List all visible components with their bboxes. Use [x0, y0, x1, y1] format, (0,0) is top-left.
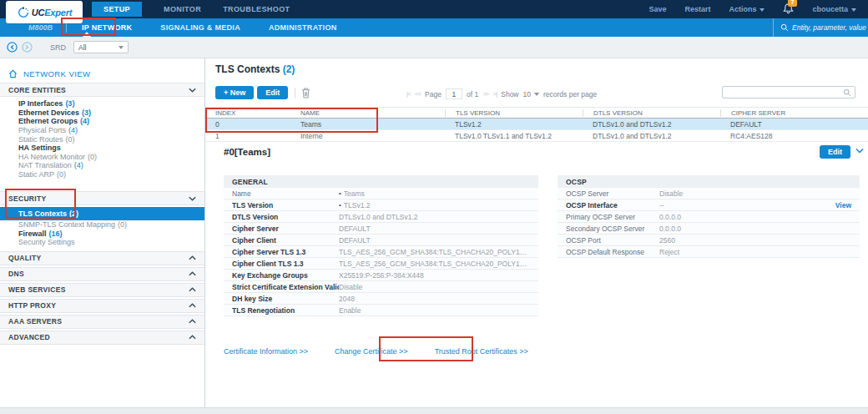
chevron-down-icon [760, 8, 765, 12]
save-button[interactable]: Save [648, 5, 666, 13]
sidebar-item-nat-translation[interactable]: NAT Translation(4) [0, 161, 204, 170]
sidebar-section-dns[interactable]: DNS [0, 267, 204, 281]
annotation-box-trusted-root-link [379, 336, 473, 361]
certificate-information-link[interactable]: Certificate Information >> [224, 347, 308, 356]
page-number-input[interactable]: 1 [446, 88, 462, 99]
certificate-links: Certificate Information >> Change Certif… [224, 347, 528, 356]
last-page-button[interactable]: >| [492, 90, 497, 98]
logo-text: UCExpert [32, 8, 73, 18]
chevron-up-icon [189, 271, 196, 276]
general-card-header: GENERAL [224, 175, 538, 188]
actions-menu-button[interactable]: Actions [729, 5, 765, 13]
collapse-detail-icon[interactable] [855, 148, 864, 154]
pagination: |< << Page 1 of 1 >> >| Show 10 records … [406, 88, 597, 99]
chevron-up-icon [189, 303, 196, 308]
global-search[interactable]: Entity, parameter, value [773, 18, 868, 37]
table-search-input[interactable] [723, 88, 843, 98]
sidebar-item-ha-settings[interactable]: HA Settings [0, 144, 204, 153]
sidebar: NETWORK VIEW CORE ENTITIES IP Interfaces… [0, 58, 205, 407]
table-toolbar: + New Edit [215, 86, 310, 99]
field-cipher-client-tls13: Cipher Client TLS 1.3TLS_AES_256_GCM_SHA… [224, 258, 538, 270]
chevron-down-icon [189, 88, 196, 93]
tab-administration[interactable]: ADMINISTRATION [269, 23, 337, 32]
field-tls-version: TLS Version•TLSv1.2 [224, 199, 538, 211]
first-page-button[interactable]: |< [406, 90, 411, 98]
tab-troubleshoot[interactable]: TROUBLESHOOT [223, 5, 290, 13]
col-cipher-server: CIPHER SERVER [720, 109, 868, 117]
top-actions: Save Restart Actions 7 cboucetta [648, 3, 856, 16]
page-of-label: of 1 [467, 90, 478, 98]
page-label: Page [425, 90, 442, 98]
field-primary-ocsp-server: Primary OCSP Server0.0.0.0 [558, 211, 860, 223]
annotation-box-table-row [205, 108, 378, 133]
user-menu-button[interactable]: cboucetta [812, 5, 856, 13]
field-cipher-server: Cipher ServerDEFAULT [224, 223, 538, 235]
view-link[interactable]: View [835, 201, 851, 210]
srd-dropdown[interactable]: All [73, 41, 129, 53]
sidebar-section-quality[interactable]: QUALITY [0, 251, 204, 265]
top-navbar: SETUP MONITOR TROUBLESHOOT Save Restart … [0, 0, 868, 18]
sidebar-item-ha-network-monitor[interactable]: HA Network Monitor(0) [0, 153, 204, 162]
sidebar-item-static-arp[interactable]: Static ARP(0) [0, 170, 204, 179]
chevron-up-icon [189, 335, 196, 340]
sidebar-item-ethernet-devices[interactable]: Ethernet Devices(3) [0, 109, 204, 118]
sidebar-item-firewall[interactable]: Firewall(16) [0, 230, 204, 239]
sidebar-item-ethernet-groups[interactable]: Ethernet Groups(4) [0, 117, 204, 126]
field-dh-key-size: DH key Size2048 [224, 293, 538, 305]
show-label: Show [501, 90, 518, 98]
next-page-button[interactable]: >> [482, 90, 488, 98]
sidebar-section-advanced[interactable]: ADVANCED [0, 331, 204, 345]
sidebar-item-snmp-tls-context-mapping[interactable]: SNMP-TLS Context Mapping(0) [0, 220, 204, 230]
back-icon[interactable] [7, 42, 18, 53]
sidebar-section-core-entities[interactable]: CORE ENTITIES [0, 83, 204, 97]
nav-toolbar: SRD All [0, 37, 868, 58]
core-entities-items: IP Interfaces(3) Ethernet Devices(3) Eth… [0, 97, 204, 189]
field-strict-cert-validation: Strict Certificate Extension Validati...… [224, 281, 538, 293]
field-dtls-version: DTLS VersionDTLSv1.0 and DTLSv1.2 [224, 211, 538, 223]
srd-label: SRD [50, 43, 66, 52]
sidebar-item-static-routes[interactable]: Static Routes(0) [0, 134, 204, 144]
field-ocsp-default-response: OCSP Default ResponseReject [558, 246, 860, 258]
app-window: SETUP MONITOR TROUBLESHOOT Save Restart … [0, 0, 868, 414]
chevron-down-icon [189, 196, 196, 201]
restart-button[interactable]: Restart [684, 5, 710, 13]
prev-page-button[interactable]: << [415, 90, 421, 98]
col-tls-version: TLS VERSION [445, 109, 583, 117]
sidebar-item-ip-interfaces[interactable]: IP Interfaces(3) [0, 99, 204, 109]
chevron-up-icon [189, 319, 196, 324]
tab-signaling-media[interactable]: SIGNALING & MEDIA [160, 23, 240, 32]
annotation-box-tls-contexts-nav [5, 189, 76, 219]
forward-icon[interactable] [22, 42, 33, 53]
search-icon [780, 23, 789, 32]
sidebar-section-aaa-servers[interactable]: AAA SERVERS [0, 315, 204, 329]
field-key-exchange-groups: Key Exchange GroupsX25519:P-256:P-384:X4… [224, 270, 538, 281]
sidebar-section-web-services[interactable]: WEB SERVICES [0, 283, 204, 297]
search-icon [843, 88, 851, 97]
detail-edit-button[interactable]: Edit [820, 145, 850, 159]
chevron-up-icon [189, 255, 196, 260]
field-ocsp-interface: OCSP Interface--View [558, 199, 860, 211]
tab-setup[interactable]: SETUP [92, 2, 142, 17]
network-view-header[interactable]: NETWORK VIEW [0, 58, 204, 80]
context-tabs: IP NETWORK SIGNALING & MEDIA ADMINISTRAT… [82, 23, 336, 32]
records-per-page-label: records per page [543, 90, 597, 98]
chevron-down-icon [851, 8, 856, 12]
field-tls-renegotiation: TLS RenegotiationEnable [224, 305, 538, 316]
edit-button[interactable]: Edit [257, 86, 288, 99]
new-button[interactable]: + New [215, 86, 254, 99]
field-ocsp-server: OCSP ServerDisable [558, 188, 860, 199]
page-size-dropdown[interactable]: 10 [523, 90, 539, 98]
chevron-up-icon [189, 287, 196, 292]
sidebar-item-security-settings[interactable]: Security Settings [0, 238, 204, 247]
field-name: Name•Teams [224, 188, 538, 199]
footer-bar [0, 407, 868, 414]
general-card: GENERAL Name•Teams TLS Version•TLSv1.2 D… [224, 175, 538, 316]
tab-monitor[interactable]: MONITOR [164, 5, 201, 13]
global-search-placeholder: Entity, parameter, value [792, 23, 866, 32]
field-secondary-ocsp-server: Secondary OCSP Server0.0.0.0 [558, 223, 860, 235]
notifications-button[interactable]: 7 [783, 3, 794, 16]
delete-icon[interactable] [301, 88, 310, 98]
sidebar-item-physical-ports[interactable]: Physical Ports(4) [0, 126, 204, 135]
sidebar-section-http-proxy[interactable]: HTTP PROXY [0, 299, 204, 313]
col-dtls-version: DTLS VERSION [583, 109, 720, 117]
